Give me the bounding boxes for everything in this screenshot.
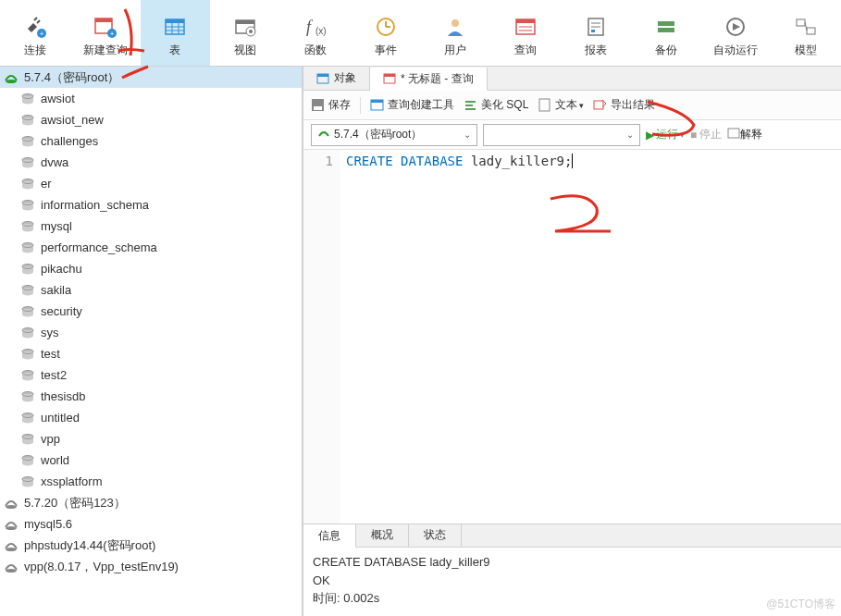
connection-label: 5.7.4（密码root） <box>24 69 119 86</box>
save-button[interactable]: 保存 <box>311 97 351 113</box>
connection-3[interactable]: phpstudy14.44(密码root) <box>0 535 302 556</box>
database-item[interactable]: world <box>0 450 302 471</box>
database-item[interactable]: awsiot <box>0 88 302 109</box>
database-label: challenges <box>41 134 98 148</box>
database-icon <box>20 113 35 128</box>
database-icon <box>20 92 35 106</box>
toolbar-user[interactable]: 用户 <box>421 0 491 66</box>
toolbar-report[interactable]: 报表 <box>561 0 631 66</box>
database-item[interactable]: sys <box>0 322 302 343</box>
report-icon <box>581 13 611 41</box>
editor-tabbar: 对象 * 无标题 - 查询 <box>303 67 841 91</box>
stop-button[interactable]: ■停止 <box>690 127 722 142</box>
table-small-icon <box>316 72 329 85</box>
database-label: performance_schema <box>41 240 157 254</box>
connection-2[interactable]: mysql5.6 <box>0 513 302 535</box>
text-button[interactable]: 文本▾ <box>538 97 584 113</box>
view-icon <box>230 13 260 41</box>
sql-editor[interactable]: 1 CREATE DATABASE lady_killer9; <box>303 150 841 524</box>
database-item[interactable]: sakila <box>0 279 302 301</box>
database-item[interactable]: awsiot_new <box>0 109 302 130</box>
database-item[interactable]: challenges <box>0 130 302 152</box>
svg-rect-91 <box>594 101 603 109</box>
output-tab-profile[interactable]: 概况 <box>356 524 409 547</box>
tab-objects[interactable]: 对象 <box>303 67 370 90</box>
connection-1[interactable]: 5.7.20（密码123） <box>0 492 302 513</box>
query-toolbar: 保存 查询创建工具 美化 SQL 文本▾ 导出结果 <box>303 91 841 120</box>
svg-rect-30 <box>658 21 674 26</box>
svg-rect-29 <box>591 30 595 32</box>
builder-icon <box>370 98 385 113</box>
database-label: vpp <box>41 432 60 446</box>
mysql-icon <box>317 127 330 142</box>
database-icon <box>20 283 35 298</box>
output-tab-status[interactable]: 状态 <box>409 524 462 547</box>
mysql-conn-icon <box>4 560 19 574</box>
svg-rect-86 <box>371 100 383 103</box>
output-tabbar: 信息 概况 状态 <box>303 524 841 548</box>
chevron-down-icon: ⌄ <box>626 129 634 140</box>
output-panel: CREATE DATABASE lady_killer9 OK 时间: 0.00… <box>303 548 841 616</box>
svg-rect-33 <box>797 19 805 26</box>
database-item[interactable]: pikachu <box>0 258 302 279</box>
database-icon <box>20 219 35 234</box>
database-label: pikachu <box>41 262 82 276</box>
database-item[interactable]: thesisdb <box>0 386 302 407</box>
database-icon <box>20 389 35 404</box>
output-tab-info[interactable]: 信息 <box>303 524 356 548</box>
toolbar-new-query[interactable]: + 新建查询 <box>70 0 141 66</box>
query-builder-button[interactable]: 查询创建工具 <box>370 97 454 113</box>
database-item[interactable]: performance_schema <box>0 237 302 258</box>
svg-rect-34 <box>807 28 815 34</box>
backup-icon <box>651 13 681 41</box>
mysql-conn-icon <box>4 496 19 511</box>
database-icon <box>20 304 35 319</box>
toolbar-view[interactable]: 视图 <box>210 0 280 66</box>
run-button[interactable]: ▶运行▾ <box>646 127 685 142</box>
svg-point-15 <box>249 30 253 33</box>
database-item[interactable]: untitled <box>0 407 302 428</box>
svg-rect-82 <box>384 74 395 77</box>
toolbar-query[interactable]: 查询 <box>490 0 561 66</box>
connection-label: mysql5.6 <box>24 517 72 531</box>
toolbar-autorun[interactable]: 自动运行 <box>701 0 772 66</box>
database-item[interactable]: information_schema <box>0 194 302 216</box>
database-item[interactable]: xssplatform <box>0 471 302 492</box>
beautify-sql-button[interactable]: 美化 SQL <box>464 97 528 113</box>
connection-4[interactable]: vpp(8.0.17，Vpp_testEnv19) <box>0 556 302 577</box>
database-item[interactable]: er <box>0 173 302 194</box>
svg-rect-3 <box>95 18 112 22</box>
svg-rect-92 <box>728 129 739 138</box>
database-item[interactable]: dvwa <box>0 152 302 173</box>
database-select[interactable]: ⌄ <box>483 124 640 146</box>
toolbar-backup[interactable]: 备份 <box>631 0 701 66</box>
database-icon <box>20 155 35 170</box>
stop-icon: ■ <box>690 129 697 142</box>
toolbar-table[interactable]: 表 <box>141 0 211 66</box>
database-item[interactable]: test2 <box>0 364 302 386</box>
svg-text:(x): (x) <box>315 26 327 36</box>
database-item[interactable]: test <box>0 343 302 364</box>
toolbar-connection[interactable]: + 连接 <box>0 0 70 66</box>
connection-tree[interactable]: 5.7.4（密码root）awsiotawsiot_newchallengesd… <box>0 67 303 616</box>
database-item[interactable]: mysql <box>0 216 302 237</box>
export-result-button[interactable]: 导出结果 <box>593 97 655 113</box>
database-icon <box>20 347 35 362</box>
toolbar-function[interactable]: f(x) 函数 <box>280 0 351 66</box>
new-query-icon: + <box>91 13 120 41</box>
database-item[interactable]: vpp <box>0 428 302 450</box>
toolbar-model[interactable]: 模型 <box>771 0 841 66</box>
connection-0[interactable]: 5.7.4（密码root） <box>0 67 302 88</box>
database-icon <box>20 326 35 340</box>
toolbar-event[interactable]: 事件 <box>351 0 421 66</box>
tab-query-untitled[interactable]: * 无标题 - 查询 <box>370 68 488 91</box>
code-area[interactable]: CREATE DATABASE lady_killer9; <box>340 150 573 524</box>
database-item[interactable]: security <box>0 301 302 322</box>
connection-select[interactable]: 5.7.4（密码root） ⌄ <box>311 124 477 146</box>
svg-rect-13 <box>236 20 254 24</box>
database-label: sys <box>41 326 59 339</box>
svg-point-36 <box>6 80 17 83</box>
explain-button[interactable]: 解释 <box>727 127 762 142</box>
svg-point-77 <box>6 548 17 551</box>
query-small-icon <box>383 72 396 85</box>
